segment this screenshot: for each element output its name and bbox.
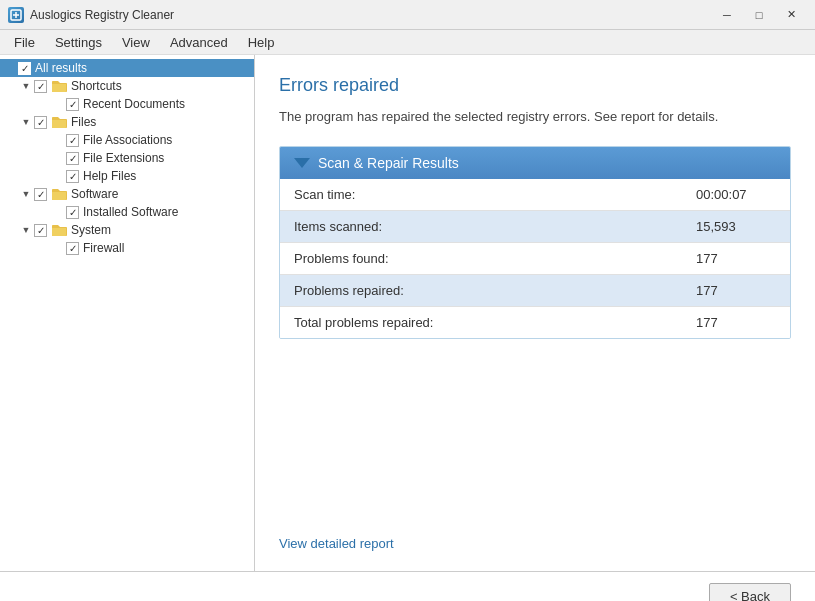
label-files: Files xyxy=(71,115,96,129)
result-value-scan-time: 00:00:07 xyxy=(696,187,776,202)
results-header: Scan & Repair Results xyxy=(280,147,790,179)
label-firewall: Firewall xyxy=(83,241,124,255)
window-controls: ─ □ ✕ xyxy=(711,5,807,25)
maximize-button[interactable]: □ xyxy=(743,5,775,25)
folder-icon-system xyxy=(51,223,67,237)
menu-settings[interactable]: Settings xyxy=(45,33,112,52)
content-description: The program has repaired the selected re… xyxy=(279,108,791,126)
result-row-items-scanned: Items scanned: 15,593 xyxy=(280,211,790,243)
expander-file-ext xyxy=(52,152,64,164)
back-button[interactable]: < Back xyxy=(709,583,791,601)
expander-recent xyxy=(52,98,64,110)
folder-icon-software xyxy=(51,187,67,201)
checkbox-firewall[interactable] xyxy=(66,242,79,255)
content-area: Errors repaired The program has repaired… xyxy=(255,55,815,571)
sidebar-item-system[interactable]: ▼ System xyxy=(0,221,254,239)
sidebar: All results ▼ Shortcuts Recent Documents… xyxy=(0,55,255,571)
checkbox-system[interactable] xyxy=(34,224,47,237)
results-container: Scan & Repair Results Scan time: 00:00:0… xyxy=(279,146,791,339)
checkbox-shortcuts[interactable] xyxy=(34,80,47,93)
sidebar-item-file-extensions[interactable]: File Extensions xyxy=(0,149,254,167)
close-button[interactable]: ✕ xyxy=(775,5,807,25)
main-container: All results ▼ Shortcuts Recent Documents… xyxy=(0,55,815,571)
result-value-problems-repaired: 177 xyxy=(696,283,776,298)
bottom-bar: < Back xyxy=(0,571,815,601)
expander-firewall xyxy=(52,242,64,254)
menu-view[interactable]: View xyxy=(112,33,160,52)
checkbox-all-results[interactable] xyxy=(18,62,31,75)
result-value-problems-found: 177 xyxy=(696,251,776,266)
result-row-problems-repaired: Problems repaired: 177 xyxy=(280,275,790,307)
label-shortcuts: Shortcuts xyxy=(71,79,122,93)
expander-file-assoc xyxy=(52,134,64,146)
label-all-results: All results xyxy=(35,61,87,75)
folder-icon-files xyxy=(51,115,67,129)
window-title: Auslogics Registry Cleaner xyxy=(30,8,711,22)
menu-bar: File Settings View Advanced Help xyxy=(0,30,815,55)
app-icon xyxy=(8,7,24,23)
minimize-button[interactable]: ─ xyxy=(711,5,743,25)
checkbox-files[interactable] xyxy=(34,116,47,129)
result-row-scan-time: Scan time: 00:00:07 xyxy=(280,179,790,211)
label-file-associations: File Associations xyxy=(83,133,172,147)
expander-all xyxy=(4,62,16,74)
sidebar-item-all-results[interactable]: All results xyxy=(0,59,254,77)
sidebar-item-installed-software[interactable]: Installed Software xyxy=(0,203,254,221)
label-software: Software xyxy=(71,187,118,201)
checkbox-help-files[interactable] xyxy=(66,170,79,183)
expander-shortcuts[interactable]: ▼ xyxy=(20,80,32,92)
result-row-problems-found: Problems found: 177 xyxy=(280,243,790,275)
expander-installed xyxy=(52,206,64,218)
menu-help[interactable]: Help xyxy=(238,33,285,52)
expander-help-files xyxy=(52,170,64,182)
checkbox-software[interactable] xyxy=(34,188,47,201)
sidebar-item-help-files[interactable]: Help Files xyxy=(0,167,254,185)
sidebar-item-software[interactable]: ▼ Software xyxy=(0,185,254,203)
sidebar-item-firewall[interactable]: Firewall xyxy=(0,239,254,257)
menu-advanced[interactable]: Advanced xyxy=(160,33,238,52)
result-label-items-scanned: Items scanned: xyxy=(294,219,696,234)
title-bar: Auslogics Registry Cleaner ─ □ ✕ xyxy=(0,0,815,30)
label-file-extensions: File Extensions xyxy=(83,151,164,165)
label-recent-documents: Recent Documents xyxy=(83,97,185,111)
result-value-total-repaired: 177 xyxy=(696,315,776,330)
result-label-total-repaired: Total problems repaired: xyxy=(294,315,696,330)
result-label-problems-repaired: Problems repaired: xyxy=(294,283,696,298)
checkbox-file-associations[interactable] xyxy=(66,134,79,147)
menu-file[interactable]: File xyxy=(4,33,45,52)
checkbox-installed-software[interactable] xyxy=(66,206,79,219)
result-label-scan-time: Scan time: xyxy=(294,187,696,202)
page-title: Errors repaired xyxy=(279,75,791,96)
sidebar-item-recent-documents[interactable]: Recent Documents xyxy=(0,95,254,113)
checkbox-file-extensions[interactable] xyxy=(66,152,79,165)
expander-files[interactable]: ▼ xyxy=(20,116,32,128)
folder-icon-shortcuts xyxy=(51,79,67,93)
result-label-problems-found: Problems found: xyxy=(294,251,696,266)
sidebar-item-files[interactable]: ▼ Files xyxy=(0,113,254,131)
label-help-files: Help Files xyxy=(83,169,136,183)
result-value-items-scanned: 15,593 xyxy=(696,219,776,234)
sidebar-item-file-associations[interactable]: File Associations xyxy=(0,131,254,149)
result-row-total-repaired: Total problems repaired: 177 xyxy=(280,307,790,338)
expander-system[interactable]: ▼ xyxy=(20,224,32,236)
view-report-link[interactable]: View detailed report xyxy=(279,516,791,551)
label-installed-software: Installed Software xyxy=(83,205,178,219)
label-system: System xyxy=(71,223,111,237)
expander-software[interactable]: ▼ xyxy=(20,188,32,200)
results-header-label: Scan & Repair Results xyxy=(318,155,459,171)
sidebar-item-shortcuts[interactable]: ▼ Shortcuts xyxy=(0,77,254,95)
checkbox-recent-documents[interactable] xyxy=(66,98,79,111)
